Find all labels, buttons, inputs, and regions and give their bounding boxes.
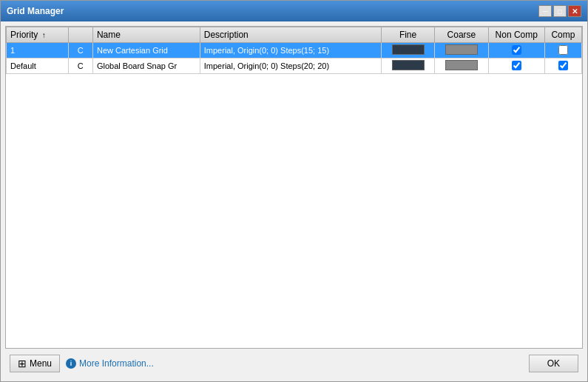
fine-color-swatch: [392, 60, 425, 70]
title-bar: Grid Manager ─ □ ✕: [1, 1, 587, 21]
grid-table-container: Priority ↑ Name Description Fine: [5, 26, 583, 349]
noncomp-checkbox[interactable]: [512, 45, 521, 55]
table-row[interactable]: 1 C New Cartesian Grid Imperial, Origin(…: [7, 43, 582, 58]
more-information-link[interactable]: i More Information...: [66, 358, 154, 369]
cell-coarse: [435, 58, 488, 74]
title-bar-buttons: ─ □ ✕: [538, 5, 581, 17]
main-content: Priority ↑ Name Description Fine: [1, 21, 587, 381]
menu-icon: ⊞: [18, 358, 27, 369]
table-row[interactable]: Default C Global Board Snap Gr Imperial,…: [7, 58, 582, 74]
cell-name: Global Board Snap Gr: [92, 58, 200, 74]
noncomp-checkbox[interactable]: [512, 61, 521, 70]
col-fine[interactable]: Fine: [381, 27, 434, 43]
col-type[interactable]: [68, 27, 92, 43]
bottom-bar: ⊞ Menu i More Information... OK: [5, 349, 583, 377]
comp-checkbox[interactable]: [558, 45, 568, 55]
col-coarse[interactable]: Coarse: [435, 27, 488, 43]
info-icon: i: [66, 358, 76, 369]
cell-comp[interactable]: [544, 58, 581, 74]
cell-type: C: [68, 43, 92, 58]
col-noncomp[interactable]: Non Comp: [488, 27, 544, 43]
cell-comp[interactable]: [544, 43, 581, 58]
bottom-left-controls: ⊞ Menu i More Information...: [10, 355, 154, 372]
close-button[interactable]: ✕: [568, 5, 581, 17]
cell-coarse: [435, 43, 488, 58]
cell-description: Imperial, Origin(0; 0) Steps(20; 20): [200, 58, 381, 74]
cell-noncomp[interactable]: [488, 58, 544, 74]
cell-priority: Default: [7, 58, 69, 74]
col-comp[interactable]: Comp: [544, 27, 581, 43]
cell-name: New Cartesian Grid: [92, 43, 200, 58]
menu-button[interactable]: ⊞ Menu: [10, 355, 60, 372]
ok-button[interactable]: OK: [529, 355, 578, 372]
maximize-button[interactable]: □: [553, 5, 567, 17]
cell-priority: 1: [7, 43, 69, 58]
grid-manager-window: Grid Manager ─ □ ✕ Priority ↑ Name: [0, 0, 588, 382]
cell-description: Imperial, Origin(0; 0) Steps(15; 15): [200, 43, 381, 58]
coarse-color-swatch: [445, 60, 478, 70]
cell-fine: [381, 58, 434, 74]
col-priority[interactable]: Priority ↑: [7, 27, 69, 43]
cell-noncomp[interactable]: [488, 43, 544, 58]
col-description[interactable]: Description: [200, 27, 381, 43]
table-header-row: Priority ↑ Name Description Fine: [7, 27, 582, 43]
minimize-button[interactable]: ─: [538, 5, 552, 17]
sort-arrow-icon: ↑: [42, 31, 46, 39]
fine-color-swatch: [392, 44, 425, 55]
coarse-color-swatch: [445, 44, 478, 55]
cell-type: C: [68, 58, 92, 74]
comp-checkbox[interactable]: [558, 61, 568, 70]
window-title: Grid Manager: [7, 6, 64, 16]
col-name[interactable]: Name: [92, 27, 200, 43]
cell-fine: [381, 43, 434, 58]
grid-table: Priority ↑ Name Description Fine: [6, 27, 582, 74]
